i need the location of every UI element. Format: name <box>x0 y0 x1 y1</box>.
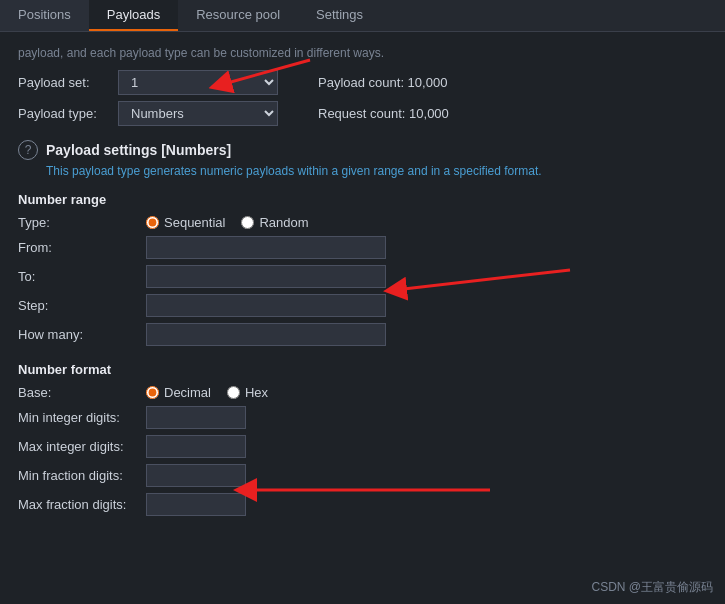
radio-hex-label: Hex <box>245 385 268 400</box>
to-input[interactable]: 9999 <box>146 265 386 288</box>
min-frac-digits-label: Min fraction digits: <box>18 464 138 487</box>
base-label: Base: <box>18 385 138 400</box>
payload-type-label: Payload type: <box>18 106 118 121</box>
payload-set-row: Payload set: 1 Payload count: 10,000 <box>18 70 707 95</box>
request-count: Request count: 10,000 <box>318 106 449 121</box>
watermark: CSDN @王富贵偷源码 <box>591 579 713 596</box>
to-label: To: <box>18 265 138 288</box>
step-label: Step: <box>18 294 138 317</box>
max-frac-digits-input[interactable]: 0 <box>146 493 246 516</box>
tab-bar: Positions Payloads Resource pool Setting… <box>0 0 725 32</box>
payload-type-select[interactable]: Numbers Simple list Runtime file <box>118 101 278 126</box>
payload-set-label: Payload set: <box>18 75 118 90</box>
radio-random-label: Random <box>259 215 308 230</box>
type-control: Sequential Random <box>146 215 478 230</box>
number-format-title: Number format <box>18 362 707 377</box>
from-input[interactable]: 0 <box>146 236 386 259</box>
payload-settings-title: Payload settings [Numbers] <box>46 142 231 158</box>
payload-count: Payload count: 10,000 <box>318 75 447 90</box>
how-many-control <box>146 323 478 346</box>
type-radio-group: Sequential Random <box>146 215 309 230</box>
help-icon[interactable]: ? <box>18 140 38 160</box>
base-control: Decimal Hex <box>146 385 478 400</box>
radio-decimal[interactable]: Decimal <box>146 385 211 400</box>
top-description: payload, and each payload type can be cu… <box>18 40 707 60</box>
payload-settings-desc: This payload type generates numeric payl… <box>46 164 707 178</box>
number-range-title: Number range <box>18 192 707 207</box>
payload-set-select[interactable]: 1 <box>118 70 278 95</box>
tab-resource-pool[interactable]: Resource pool <box>178 0 298 31</box>
payload-type-row: Payload type: Numbers Simple list Runtim… <box>18 101 707 126</box>
max-int-digits-input[interactable]: 4 <box>146 435 246 458</box>
how-many-label: How many: <box>18 323 138 346</box>
step-input[interactable]: 1 <box>146 294 386 317</box>
tab-settings[interactable]: Settings <box>298 0 381 31</box>
min-frac-digits-control: 0 <box>146 464 478 487</box>
type-label: Type: <box>18 215 138 230</box>
main-content: payload, and each payload type can be cu… <box>0 32 725 534</box>
number-format-grid: Base: Decimal Hex Min integer digits: 4 … <box>18 385 478 516</box>
base-radio-group: Decimal Hex <box>146 385 268 400</box>
min-int-digits-control: 4 <box>146 406 478 429</box>
min-int-digits-label: Min integer digits: <box>18 406 138 429</box>
to-control: 9999 <box>146 265 478 288</box>
radio-sequential-label: Sequential <box>164 215 225 230</box>
number-range-grid: Type: Sequential Random From: 0 To: 9999 <box>18 215 478 346</box>
max-int-digits-label: Max integer digits: <box>18 435 138 458</box>
payload-settings-header: ? Payload settings [Numbers] <box>18 140 707 160</box>
from-control: 0 <box>146 236 478 259</box>
min-frac-digits-input[interactable]: 0 <box>146 464 246 487</box>
min-int-digits-input[interactable]: 4 <box>146 406 246 429</box>
radio-sequential-input[interactable] <box>146 216 159 229</box>
max-frac-digits-label: Max fraction digits: <box>18 493 138 516</box>
radio-random[interactable]: Random <box>241 215 308 230</box>
radio-decimal-label: Decimal <box>164 385 211 400</box>
radio-hex[interactable]: Hex <box>227 385 268 400</box>
from-label: From: <box>18 236 138 259</box>
radio-random-input[interactable] <box>241 216 254 229</box>
how-many-input[interactable] <box>146 323 386 346</box>
radio-sequential[interactable]: Sequential <box>146 215 225 230</box>
step-control: 1 <box>146 294 478 317</box>
radio-decimal-input[interactable] <box>146 386 159 399</box>
tab-payloads[interactable]: Payloads <box>89 0 178 31</box>
tab-positions[interactable]: Positions <box>0 0 89 31</box>
radio-hex-input[interactable] <box>227 386 240 399</box>
max-int-digits-control: 4 <box>146 435 478 458</box>
max-frac-digits-control: 0 <box>146 493 478 516</box>
